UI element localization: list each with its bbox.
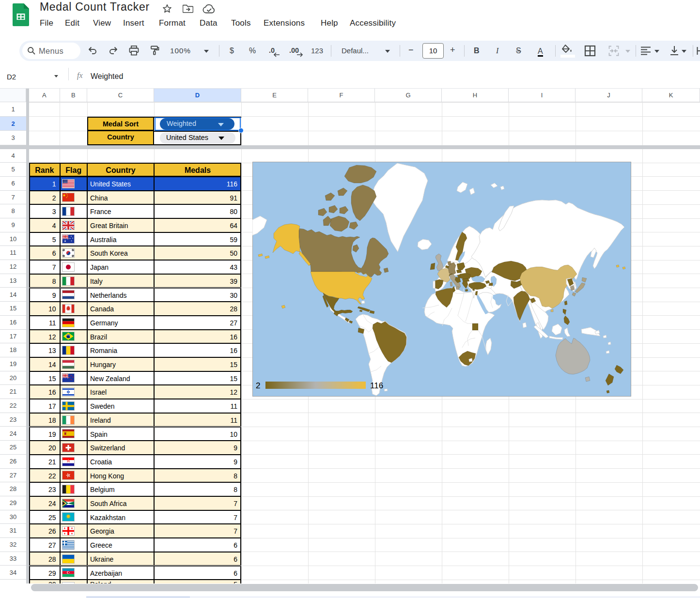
svg-text:2: 2 (256, 381, 260, 390)
svg-text:116: 116 (370, 381, 383, 390)
